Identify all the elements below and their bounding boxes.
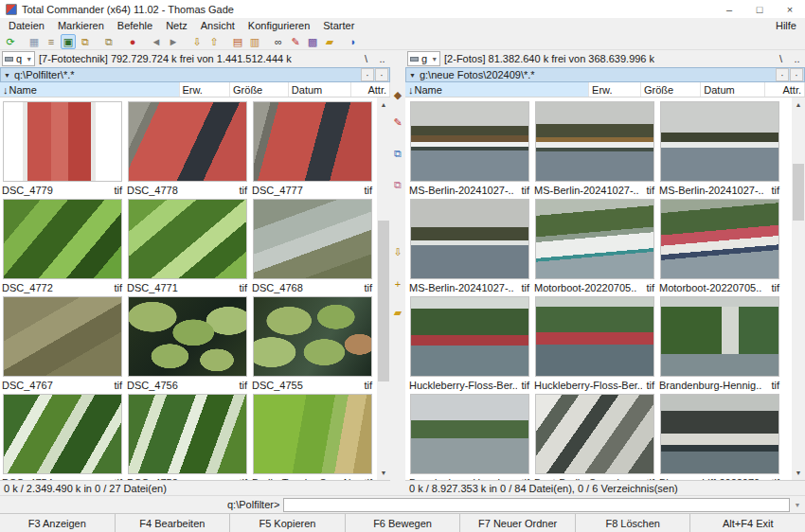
left-hotlist-button[interactable]: · [375, 68, 388, 81]
scroll-up-icon[interactable]: ▲ [377, 98, 390, 112]
file-item[interactable]: MS-Berlin-20241027-..tif [407, 99, 532, 197]
file-item[interactable]: DSC_4753tif [125, 392, 250, 480]
pack-icon[interactable]: ⇩ [391, 245, 405, 259]
folder-icon[interactable]: ▰ [322, 34, 337, 49]
scroll-up-icon[interactable]: ▲ [792, 98, 805, 112]
minimize-button[interactable]: – [714, 0, 744, 18]
column-header-name[interactable]: ↓Name [0, 82, 180, 97]
compare-icon[interactable]: ▥ [247, 34, 262, 49]
search-icon[interactable]: ∞ [271, 34, 286, 49]
pack-icon[interactable]: ⇩ [189, 34, 205, 49]
folder-icon[interactable]: ▰ [391, 306, 405, 320]
file-item[interactable]: Huckleberry-Floss-Ber..tif [407, 294, 532, 392]
file-item[interactable]: DSC_4767tif [0, 294, 125, 392]
thumbnails-view-icon[interactable]: ▣ [61, 34, 76, 49]
menu-item-hilfe[interactable]: Hilfe [767, 19, 805, 32]
file-item[interactable]: DSC_4771tif [125, 197, 250, 294]
function-button-f8[interactable]: F8 Löschen [576, 514, 691, 532]
column-header-name[interactable]: ↓Name [405, 82, 589, 97]
file-item[interactable]: MS-Berlin-20241027-..tif [657, 99, 782, 197]
file-item[interactable]: Brandenburg-Hennig..tif [657, 294, 782, 392]
left-scrollbar[interactable]: ▲ ▼ [377, 98, 390, 480]
command-line-input[interactable] [283, 498, 790, 512]
file-item[interactable]: DSC_4754tif [0, 392, 125, 480]
maximize-button[interactable]: □ [744, 0, 775, 18]
menu-item-dateien[interactable]: Dateien [2, 19, 51, 32]
copy-icon[interactable]: ⧉ [391, 147, 405, 161]
quit-icon[interactable]: ◗ [346, 34, 361, 49]
left-path-bar[interactable]: ▼ q:\Polfilter\*.* · · [0, 67, 390, 82]
right-path-bar[interactable]: ▼ g:\neue Fotos\202409\*.* · · [405, 67, 805, 82]
left-root-button[interactable]: \ [358, 51, 374, 66]
function-button-f4[interactable]: F4 Bearbeiten [116, 514, 231, 532]
edit-icon[interactable]: ✎ [391, 115, 405, 130]
view-icon[interactable]: ◆ [391, 88, 405, 102]
menu-item-netz[interactable]: Netz [159, 19, 194, 32]
refresh-icon[interactable]: ⟳ [3, 34, 18, 49]
file-item[interactable]: DSC_4772tif [0, 197, 125, 294]
multi-rename-icon[interactable]: ✎ [288, 34, 303, 49]
right-history-button[interactable]: · [776, 68, 789, 81]
back-icon[interactable]: ◄ [149, 34, 164, 49]
file-item[interactable]: Binnenschiff-2022070..tif [657, 392, 782, 480]
left-drive-combo[interactable]: q ▼ [2, 51, 35, 66]
brief-view-icon[interactable]: ▦ [27, 34, 42, 49]
left-scroll-track[interactable] [377, 112, 390, 466]
left-history-button[interactable]: · [361, 68, 374, 81]
column-header-attr[interactable]: Attr. [351, 82, 390, 97]
sync-dirs-icon[interactable]: ▩ [305, 34, 320, 49]
right-scroll-track[interactable] [792, 112, 805, 466]
forward-icon[interactable]: ► [166, 34, 181, 49]
chevron-down-icon[interactable]: ▼ [790, 502, 805, 508]
column-header-attr[interactable]: Attr. [765, 82, 805, 97]
full-view-icon[interactable]: ≡ [44, 34, 59, 49]
left-scroll-thumb[interactable] [378, 221, 389, 381]
file-item[interactable]: DSC_4768tif [250, 197, 375, 294]
file-item[interactable]: DSC_4756tif [125, 294, 250, 392]
new-folder-icon[interactable]: + [391, 276, 405, 291]
scroll-down-icon[interactable]: ▼ [377, 466, 390, 480]
file-item[interactable]: MS-Berlin-20241027-..tif [407, 197, 532, 294]
file-item[interactable]: Boot-Berlin-Spandau..tif [532, 392, 657, 480]
move-icon[interactable]: ⧉ [391, 178, 405, 192]
right-up-button[interactable]: .. [789, 51, 805, 66]
left-up-button[interactable]: .. [374, 51, 390, 66]
menu-item-markieren[interactable]: Markieren [51, 19, 111, 32]
menu-item-befehle[interactable]: Befehle [111, 19, 159, 32]
file-item[interactable]: DSC_4779tif [0, 99, 125, 197]
function-button-alt+f4[interactable]: Alt+F4 Exit [690, 514, 805, 532]
test-archive-icon[interactable]: ▤ [230, 34, 245, 49]
file-item[interactable]: Motorboot-20220705..tif [532, 197, 657, 294]
file-item[interactable]: Berlin-Tegeler-See-Al..tif [250, 392, 375, 480]
column-header-date[interactable]: Datum [289, 82, 351, 97]
close-button[interactable]: × [775, 0, 805, 18]
right-root-button[interactable]: \ [773, 51, 789, 66]
function-button-f5[interactable]: F5 Kopieren [230, 514, 346, 532]
file-item[interactable]: Huckleberry-Floss-Ber..tif [532, 294, 657, 392]
menu-item-starter[interactable]: Starter [316, 19, 361, 32]
tree-view-icon[interactable]: ⧉ [78, 34, 93, 49]
file-item[interactable]: DSC_4778tif [125, 99, 250, 197]
file-item[interactable]: DSC_4777tif [250, 99, 375, 197]
function-button-f3[interactable]: F3 Anzeigen [0, 514, 116, 532]
ftp-icon[interactable]: ● [125, 34, 140, 49]
function-button-f7[interactable]: F7 Neuer Ordner [460, 514, 576, 532]
column-header-size[interactable]: Größe [641, 82, 701, 97]
menu-item-konfigurieren[interactable]: Konfigurieren [242, 19, 316, 32]
column-header-ext[interactable]: Erw. [180, 82, 231, 97]
column-header-date[interactable]: Datum [701, 82, 765, 97]
file-item[interactable]: MS-Berlin-20241027-..tif [532, 99, 657, 197]
right-scroll-thumb[interactable] [793, 164, 804, 221]
file-item[interactable]: Brandenburg-Hennig..tif [407, 392, 532, 480]
column-header-ext[interactable]: Erw. [589, 82, 641, 97]
right-scrollbar[interactable]: ▲ ▼ [792, 98, 805, 480]
column-header-size[interactable]: Größe [230, 82, 289, 97]
unpack-icon[interactable]: ⇧ [206, 34, 222, 49]
flat-view-icon[interactable]: ⧉ [101, 34, 116, 49]
menu-item-ansicht[interactable]: Ansicht [194, 19, 242, 32]
file-item[interactable]: Motorboot-20220705..tif [657, 197, 782, 294]
file-item[interactable]: DSC_4755tif [250, 294, 375, 392]
right-hotlist-button[interactable]: · [790, 68, 803, 81]
scroll-down-icon[interactable]: ▼ [792, 466, 805, 480]
right-drive-combo[interactable]: g ▼ [407, 51, 440, 66]
